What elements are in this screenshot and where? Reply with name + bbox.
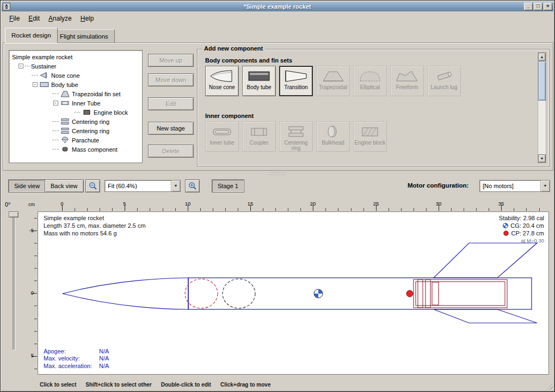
cp-marker <box>406 290 413 297</box>
chevron-down-icon[interactable]: ▼ <box>171 181 180 191</box>
tree-item-nose-cone[interactable]: Nose cone <box>9 71 142 80</box>
stability-value: Stability: 2.98 cal <box>499 214 544 222</box>
chevron-down-icon[interactable]: ▼ <box>540 181 550 191</box>
add-body-tube-button[interactable]: Body tube <box>242 66 276 96</box>
tree-item-sustainer[interactable]: - Sustainer <box>9 61 142 71</box>
inner-component-label: Inner component <box>205 113 254 119</box>
nose-cone-icon <box>40 72 49 79</box>
body-tube-icon <box>246 69 272 83</box>
add-inner-tube-button[interactable]: Inner tube <box>205 121 239 152</box>
tree-item-mass-component[interactable]: Mass component <box>9 145 142 154</box>
rotation-slider[interactable] <box>13 213 15 350</box>
elliptical-fin-icon <box>357 69 383 83</box>
new-stage-button[interactable]: New stage <box>148 122 194 135</box>
rotation-slider-thumb[interactable] <box>9 211 18 217</box>
collapse-toggle-icon[interactable]: - <box>18 64 23 69</box>
menu-help[interactable]: Help <box>76 13 98 24</box>
cg-legend-icon <box>503 223 508 228</box>
inner-tube-icon <box>60 99 70 107</box>
splitter-handle[interactable]: ::::::::: <box>1 171 555 177</box>
mass-component-outline <box>223 279 255 308</box>
add-centering-ring-button[interactable]: Centering ring <box>279 121 313 152</box>
flight-stats: Apogee: N/A Max. velocity: N/A Max. acce… <box>44 348 109 370</box>
parachute-icon <box>60 136 70 144</box>
window-title: *Simple example rocket <box>2 3 553 10</box>
transition-icon <box>283 69 309 83</box>
hint-click-select: Click to select <box>40 382 76 388</box>
hint-click-drag: Click+drag to move <box>220 382 271 388</box>
add-engine-block-button[interactable]: Engine block <box>353 121 387 152</box>
titlebar[interactable]: *Simple example rocket _ □ × <box>2 2 553 11</box>
view-toolbar: Side view Back view Fit (60.4%) ▼ Stage … <box>3 178 553 195</box>
rocket-figure[interactable]: Simple example rocket Length 37.5 cm, ma… <box>38 211 549 375</box>
zoom-select[interactable]: Fit (60.4%) ▼ <box>104 180 181 192</box>
rocket-canvas: 0° cm 0 5 10 15 20 25 30 35 -5 0 5 <box>1 198 555 377</box>
magnifier-minus-icon <box>89 182 97 190</box>
side-view-button[interactable]: Side view <box>8 179 46 192</box>
tree-item-parachute[interactable]: Parachute <box>9 135 142 145</box>
rocket-design-panel: Simple example rocket - Sustainer Nose c… <box>3 42 553 171</box>
minimize-button[interactable]: _ <box>524 3 533 10</box>
delete-button[interactable]: Delete <box>148 145 194 158</box>
add-freeform-fin-button[interactable]: Freeform <box>390 66 424 96</box>
inner-tube-icon <box>209 125 235 139</box>
rocket-summary: Simple example rocket Length 37.5 cm, ma… <box>44 214 146 237</box>
cg-value: CG: 20.4 cm <box>510 222 544 229</box>
add-bulkhead-button[interactable]: Bulkhead <box>316 121 350 152</box>
add-elliptical-fin-button[interactable]: Elliptical <box>353 66 387 96</box>
add-nose-cone-button[interactable]: Nose cone <box>205 66 239 96</box>
tree-item-inner-tube[interactable]: - Inner Tube <box>9 98 142 108</box>
scroll-up-icon[interactable]: ▲ <box>538 53 546 61</box>
scrollbar-thumb[interactable] <box>538 61 546 101</box>
nose-cone-icon <box>209 69 235 83</box>
close-button[interactable]: × <box>544 3 552 10</box>
tree-item-rocket[interactable]: Simple example rocket <box>9 52 142 61</box>
move-up-button[interactable]: Move up <box>148 54 194 67</box>
collapse-toggle-icon[interactable]: - <box>33 82 38 87</box>
trapezoidal-fin-icon <box>320 69 346 83</box>
cp-legend-icon <box>503 231 509 236</box>
move-down-button[interactable]: Move down <box>148 73 194 86</box>
tree-item-body-tube[interactable]: - Body tube <box>9 80 142 89</box>
tree-item-centering-ring-1[interactable]: Centering ring <box>9 117 142 126</box>
rotation-value: 0° <box>5 201 11 208</box>
tab-rocket-design[interactable]: Rocket design <box>5 28 58 43</box>
edit-button[interactable]: Edit <box>148 97 194 110</box>
cg-marker <box>314 289 323 298</box>
stability-summary: Stability: 2.98 cal CG: 20.4 cm CP: 27.8… <box>499 214 544 245</box>
component-tree[interactable]: Simple example rocket - Sustainer Nose c… <box>9 50 143 163</box>
centering-ring-icon <box>60 127 70 134</box>
magnifier-plus-icon <box>188 182 197 190</box>
coupler-icon <box>246 125 272 139</box>
launch-lug-icon <box>431 69 457 83</box>
zoom-in-button[interactable] <box>185 179 200 192</box>
menu-analyze[interactable]: Analyze <box>44 13 76 24</box>
maximize-button[interactable]: □ <box>534 3 542 10</box>
stage-1-toggle[interactable]: Stage 1 <box>212 179 244 192</box>
freeform-fin-icon <box>394 69 420 83</box>
motor-configuration-select[interactable]: [No motors] ▼ <box>479 180 550 192</box>
tab-flight-simulations[interactable]: Flight simulations <box>53 29 115 43</box>
zoom-out-button[interactable] <box>85 179 100 192</box>
component-panel-scrollbar[interactable]: ▲ ▼ <box>538 52 546 163</box>
add-launch-lug-button[interactable]: Launch lug <box>427 66 461 96</box>
mass-component-icon <box>60 146 70 153</box>
add-transition-button[interactable]: Transition <box>279 66 313 96</box>
bulkhead-icon <box>320 125 346 139</box>
menu-edit[interactable]: Edit <box>24 13 44 24</box>
add-trapezoidal-fin-button[interactable]: Trapezoidal <box>316 66 350 96</box>
tree-item-engine-block[interactable]: Engine block <box>9 108 142 117</box>
tree-item-centering-ring-2[interactable]: Centering ring <box>9 126 142 135</box>
fin-lower <box>434 309 537 323</box>
add-component-title: Add new component <box>202 45 265 52</box>
fin-upper <box>434 243 537 278</box>
tree-item-trapezoidal-fin-set[interactable]: Trapezoidal fin set <box>9 89 142 98</box>
scroll-down-icon[interactable]: ▼ <box>538 154 546 163</box>
add-coupler-button[interactable]: Coupler <box>242 121 276 152</box>
menu-file[interactable]: File <box>5 13 24 24</box>
collapse-toggle-icon[interactable]: - <box>53 101 58 105</box>
centering-ring-icon <box>60 118 70 125</box>
mach-note: at M=0.30 <box>499 237 544 245</box>
parachute-outline <box>185 279 218 308</box>
back-view-button[interactable]: Back view <box>45 179 84 192</box>
